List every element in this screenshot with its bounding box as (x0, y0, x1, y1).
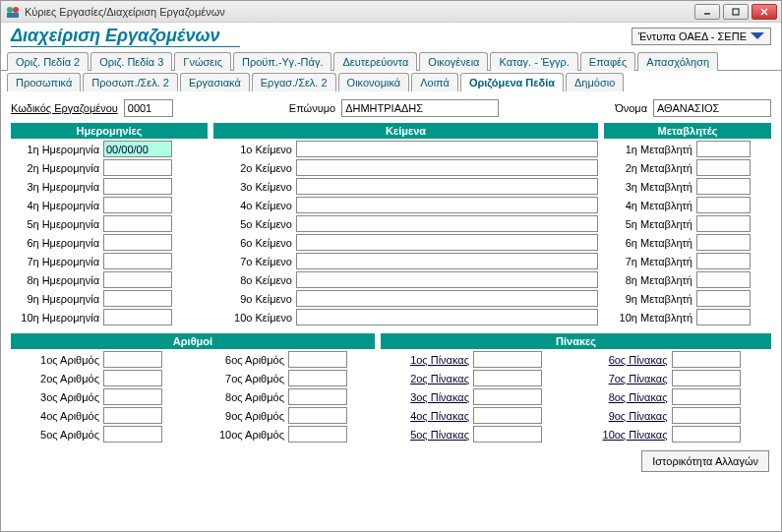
field-input[interactable] (696, 178, 751, 195)
field-input[interactable] (296, 271, 598, 288)
tab-Οριζόμενα Πεδία[interactable]: Οριζόμενα Πεδία (460, 73, 564, 91)
field-input[interactable] (696, 141, 751, 157)
name-label: Όνομα (615, 102, 647, 114)
field-input[interactable] (103, 407, 162, 424)
tab-Οριζ. Πεδία 3[interactable]: Οριζ. Πεδία 3 (90, 52, 172, 71)
field-label[interactable]: 4ος Πίνακας (381, 410, 469, 422)
field-input[interactable] (103, 309, 172, 325)
tab-Οριζ. Πεδία 2[interactable]: Οριζ. Πεδία 2 (7, 52, 89, 71)
tab-Προϋπ.-Υγ.-Πάγ.[interactable]: Προϋπ.-Υγ.-Πάγ. (233, 52, 332, 71)
field-label[interactable]: 2ος Πίνακας (381, 373, 469, 384)
field-label: 6ος Αριθμός (196, 354, 284, 366)
field-input[interactable] (696, 197, 751, 213)
field-input[interactable] (103, 234, 172, 251)
field-label[interactable]: 9ος Πίνακας (579, 410, 668, 422)
field-input[interactable] (296, 197, 598, 213)
code-label: Κωδικός Εργαζομένου (11, 102, 118, 114)
field-input[interactable] (103, 426, 162, 443)
tab-Δημόσιο[interactable]: Δημόσιο (566, 73, 624, 91)
tab-Καταγ. - Έγγρ.[interactable]: Καταγ. - Έγγρ. (490, 52, 577, 71)
tab-Επαφές[interactable]: Επαφές (580, 52, 635, 71)
tab-Προσωπ./Σελ. 2[interactable]: Προσωπ./Σελ. 2 (83, 73, 178, 91)
field-input[interactable] (288, 370, 347, 386)
field-label: 3ο Κείμενο (213, 181, 292, 193)
field-label: 9ος Αριθμός (196, 410, 284, 422)
field-label[interactable]: 8ος Πίνακας (579, 391, 668, 403)
field-input[interactable] (296, 159, 598, 176)
field-input[interactable] (672, 351, 741, 368)
field-input[interactable] (672, 407, 741, 424)
vars-header: Μεταβλητές (604, 123, 771, 139)
field-input[interactable] (696, 271, 751, 288)
field-label: 3ος Αριθμός (11, 391, 99, 403)
field-input[interactable] (296, 253, 598, 269)
field-input[interactable] (296, 178, 598, 195)
field-input[interactable] (296, 290, 598, 307)
field-input[interactable] (672, 388, 741, 405)
forms-dropdown[interactable]: Έντυπα ΟΑΕΔ - ΣΕΠΕ (632, 28, 771, 45)
field-input[interactable] (288, 426, 347, 443)
history-button[interactable]: Ιστορικότητα Αλλαγών (641, 450, 769, 472)
tab-Απασχόληση[interactable]: Απασχόληση (637, 52, 718, 71)
field-input[interactable] (296, 234, 598, 251)
field-input[interactable] (696, 290, 751, 307)
field-input[interactable] (103, 215, 172, 232)
tab-Γνώσεις[interactable]: Γνώσεις (174, 52, 231, 71)
field-input[interactable] (473, 388, 542, 405)
maximize-button[interactable] (723, 4, 749, 20)
svg-rect-4 (733, 9, 739, 15)
field-input[interactable] (473, 370, 542, 386)
field-input[interactable] (473, 351, 542, 368)
field-input[interactable] (288, 351, 347, 368)
code-input[interactable] (124, 99, 173, 117)
minimize-button[interactable] (694, 4, 720, 20)
tab-Οικογένεια[interactable]: Οικογένεια (419, 52, 488, 71)
tab-Εργασ./Σελ. 2[interactable]: Εργασ./Σελ. 2 (252, 73, 336, 91)
field-input[interactable] (696, 215, 751, 232)
name-input[interactable] (653, 99, 771, 117)
field-input[interactable] (696, 159, 751, 176)
surname-input[interactable] (341, 99, 499, 117)
field-input[interactable] (103, 351, 162, 368)
tab-Λοιπά[interactable]: Λοιπά (411, 73, 458, 91)
tab-Δευτερεύοντα[interactable]: Δευτερεύοντα (333, 52, 417, 71)
tab-Προσωπικά[interactable]: Προσωπικά (7, 73, 81, 91)
field-input[interactable] (103, 197, 172, 213)
field-input[interactable] (672, 370, 741, 386)
field-label[interactable]: 6ος Πίνακας (579, 354, 668, 366)
field-input[interactable] (696, 253, 751, 269)
field-input[interactable] (103, 271, 172, 288)
field-label: 7η Μεταβλητή (604, 256, 692, 267)
field-label[interactable]: 7ος Πίνακας (579, 373, 668, 384)
field-input[interactable] (696, 309, 751, 325)
field-input[interactable] (103, 253, 172, 269)
field-input[interactable] (296, 215, 598, 232)
tab-Εργασιακά[interactable]: Εργασιακά (180, 73, 250, 91)
field-input[interactable] (473, 407, 542, 424)
field-input[interactable] (473, 426, 542, 443)
field-label[interactable]: 5ος Πίνακας (381, 429, 469, 441)
field-input[interactable] (103, 141, 172, 157)
field-input[interactable] (696, 234, 751, 251)
field-input[interactable] (103, 159, 172, 176)
field-label[interactable]: 10ος Πίνακας (579, 429, 668, 441)
field-label[interactable]: 1ος Πίνακας (381, 354, 469, 366)
field-input[interactable] (288, 407, 347, 424)
field-label[interactable]: 3ος Πίνακας (381, 391, 469, 403)
field-label: 9η Ημερομηνία (11, 293, 99, 305)
field-input[interactable] (296, 141, 598, 157)
field-input[interactable] (103, 178, 172, 195)
tab-Οικονομικά[interactable]: Οικονομικά (338, 73, 410, 91)
field-input[interactable] (103, 388, 162, 405)
close-button[interactable] (752, 4, 777, 20)
field-input[interactable] (288, 388, 347, 405)
field-label: 5η Μεταβλητή (604, 218, 692, 230)
field-input[interactable] (103, 370, 162, 386)
field-input[interactable] (672, 426, 741, 443)
field-input[interactable] (103, 290, 172, 307)
dates-header: Ημερομηνίες (11, 123, 208, 139)
field-input[interactable] (296, 309, 598, 325)
field-label: 5ος Αριθμός (11, 429, 99, 441)
field-label: 8ο Κείμενο (213, 274, 292, 286)
employee-id-row: Κωδικός Εργαζομένου Επώνυμο Όνομα (11, 99, 771, 117)
